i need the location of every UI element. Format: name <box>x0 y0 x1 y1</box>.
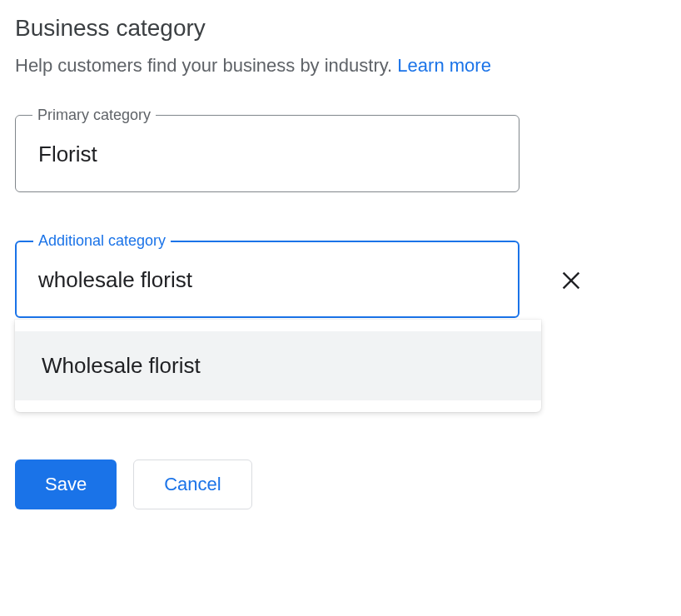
additional-category-field: Additional category <box>15 242 519 318</box>
primary-category-field: Primary category <box>15 117 519 192</box>
close-icon <box>559 269 583 292</box>
primary-category-group: Primary category <box>15 117 666 192</box>
help-text: Help customers find your business by ind… <box>15 55 666 77</box>
additional-category-input[interactable] <box>15 242 519 318</box>
suggestion-dropdown: Wholesale florist <box>15 320 541 412</box>
remove-category-button[interactable] <box>553 262 589 299</box>
help-text-prefix: Help customers find your business by ind… <box>15 55 397 76</box>
suggestion-item[interactable]: Wholesale florist <box>15 331 541 400</box>
section-title: Business category <box>15 15 666 42</box>
cancel-button[interactable]: Cancel <box>133 460 251 509</box>
learn-more-link[interactable]: Learn more <box>397 55 491 76</box>
button-row: Save Cancel <box>15 460 666 509</box>
additional-category-group: Additional category Wholesale florist <box>15 242 666 318</box>
save-button[interactable]: Save <box>15 460 117 509</box>
primary-category-input[interactable] <box>15 117 519 192</box>
